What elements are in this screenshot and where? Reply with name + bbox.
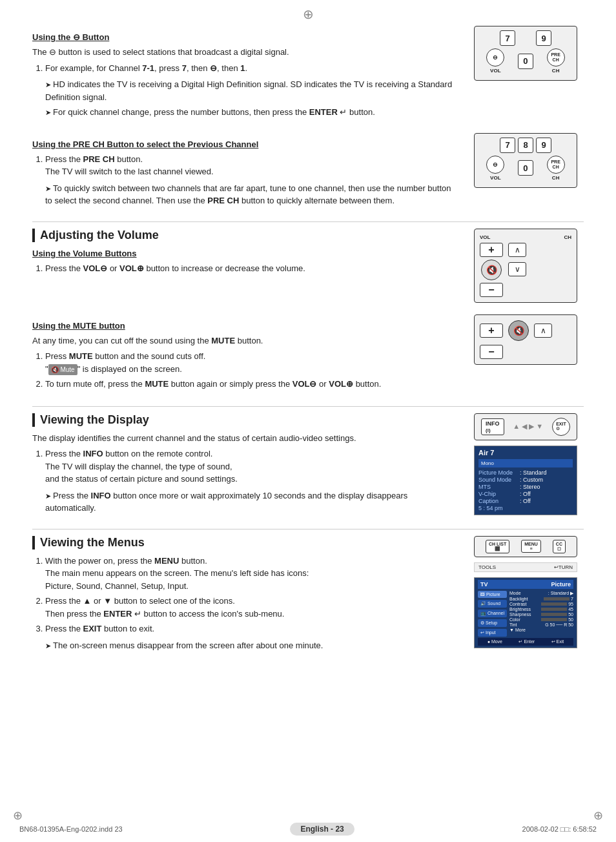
btn-prech: PRECH xyxy=(547,48,565,67)
btn-0b: 0 xyxy=(518,160,533,176)
section-prech-content: Using the PRE CH Button to select the Pr… xyxy=(32,133,455,210)
vol-label: VOL xyxy=(490,68,500,74)
section-minus-button: Using the ⊖ Button The ⊖ button is used … xyxy=(32,26,584,121)
display-step1: Press the INFO button on the remote cont… xyxy=(45,447,455,486)
minus-note1: HD indicates the TV is receiving a Digit… xyxy=(45,78,455,103)
menu-backlight-label: Backlight xyxy=(509,597,528,601)
minus-button-heading: Using the ⊖ Button xyxy=(32,32,455,42)
menu-footer-exit: ↩ Exit xyxy=(551,639,564,644)
menu-header: TV Picture xyxy=(478,580,573,589)
mute-image: + 🔇 ∧ − xyxy=(467,314,584,395)
mute-illustration: + 🔇 ∧ − xyxy=(474,314,577,365)
mute-btn-icon: 🔇 xyxy=(508,320,529,341)
mute-step2: To turn mute off, press the MUTE button … xyxy=(45,378,455,391)
section-minus-content: Using the ⊖ Button The ⊖ button is used … xyxy=(32,26,455,121)
btn-9b: 9 xyxy=(536,138,551,153)
menu-sidebar-picture: 🖼 Picture xyxy=(478,591,507,598)
ch-col: ∧ ∨ xyxy=(508,243,526,297)
menus-note1: The on-screen menus disappear from the s… xyxy=(45,639,455,652)
mute-ch-up: ∧ xyxy=(534,323,552,338)
display-steps: Press the INFO button on the remote cont… xyxy=(32,447,455,486)
menu-brightness-bar: 45 xyxy=(541,607,573,611)
menu-row-mode: Mode : Standard ▶ xyxy=(509,591,573,596)
btn-0: 0 xyxy=(518,54,533,69)
mute-center-btn: 🔇 xyxy=(481,260,502,280)
volume-steps: Press the VOL⊖ or VOL⊕ button to increas… xyxy=(32,262,455,275)
menus-steps: With the power on, press the MENU button… xyxy=(32,555,455,635)
display-row-1: Sound Mode: Custom xyxy=(478,477,573,483)
menu-sidebar-channel: 📺 Channel xyxy=(478,610,507,617)
display-intro: The display identifies the current chann… xyxy=(32,432,455,445)
minus-button-intro: The ⊖ button is used to select stations … xyxy=(32,46,455,59)
display-row-3: V-Chip: Off xyxy=(478,491,573,497)
menu-row-color: Color 50 xyxy=(509,617,573,622)
menu-sidebar-input: ↩ Input xyxy=(478,629,507,637)
section-menus: Viewing the Menus With the power on, pre… xyxy=(32,536,584,655)
menu-mode-val: : Standard ▶ xyxy=(548,591,573,596)
vol-controls: + 🔇 − ∧ ∨ xyxy=(480,243,571,297)
section-mute: Using the MUTE button At any time, you c… xyxy=(32,314,584,395)
footer-right: 2008-02-02 □□: 6:58:52 xyxy=(522,825,597,833)
vol-minus-btn: − xyxy=(480,283,503,297)
mute-control-row2: − xyxy=(480,345,571,359)
menu-sharpness-bar: 50 xyxy=(541,612,573,617)
display-notes: Press the INFO button once more or wait … xyxy=(32,489,455,515)
menu-picture-label: Picture xyxy=(551,581,571,588)
vol-header-label: VOL xyxy=(480,234,490,240)
footer-left: BN68-01395A-Eng-0202.indd 23 xyxy=(19,825,123,833)
menu-sidebar: 🖼 Picture 🔊 Sound 📺 Channel ⚙ Setup ↩ In… xyxy=(478,591,507,637)
menu-row-sharpness: Sharpness 50 xyxy=(509,612,573,617)
crosshair-bottom-left-icon: ⊕ xyxy=(13,808,23,823)
vol-col: + 🔇 − xyxy=(480,243,503,297)
mute-step1: Press MUTE button and the sound cuts off… xyxy=(45,350,455,375)
exit-btn: EXIT⊙ xyxy=(552,418,570,436)
btn-prech-b: PRECH xyxy=(547,156,565,174)
prech-step1: Press the PRE CH button.The TV will swit… xyxy=(45,153,455,178)
menu-main: 🖼 Picture 🔊 Sound 📺 Channel ⚙ Setup ↩ In… xyxy=(478,591,573,637)
minus-step1: For example, for Channel 7-1, press 7, t… xyxy=(45,62,455,75)
menus-step1: With the power on, press the MENU button… xyxy=(45,555,455,593)
page: ⊕ Using the ⊖ Button The ⊖ button is use… xyxy=(0,0,616,842)
btn-7: 7 xyxy=(500,30,515,46)
prech-note1: To quickly switch between two channels t… xyxy=(45,182,455,207)
minus-button-image: 7 8 9 ⊖ VOL 0 PRECH CH xyxy=(467,26,584,121)
display-screen: Air 7 Mono Picture Mode: Standard Sound … xyxy=(474,446,577,515)
menu-sharpness-label: Sharpness xyxy=(509,612,531,617)
display-channel: Air 7 xyxy=(478,449,573,457)
menu-tv-label: TV xyxy=(480,581,488,588)
display-image: INFO(i) ▲ ◀ ▶ ▼ EXIT⊙ Air 7 Mono Picture… xyxy=(467,413,584,517)
tools-label: TOOLS xyxy=(478,564,496,570)
menus-notes: The on-screen menus disappear from the s… xyxy=(32,639,455,652)
menu-more-label: ▼ More xyxy=(509,628,526,632)
menu-row-backlight: Backlight 7 xyxy=(509,597,573,601)
return-label: ↩TURN xyxy=(554,564,573,570)
menu-row-brightness: Brightness 45 xyxy=(509,607,573,611)
menu-row-contrast: Contrast 95 xyxy=(509,602,573,606)
menu-footer: ● Move ↵ Enter ↩ Exit xyxy=(478,638,573,646)
display-heading: Viewing the Display xyxy=(32,413,455,427)
prech-notes: To quickly switch between two channels t… xyxy=(32,182,455,207)
volume-heading: Adjusting the Volume xyxy=(32,229,455,242)
btn-7b: 7 xyxy=(500,138,515,153)
ch-label: CH xyxy=(552,68,560,74)
section-display-content: Viewing the Display The display identifi… xyxy=(32,413,455,517)
info-remote-illustration: INFO(i) ▲ ◀ ▶ ▼ EXIT⊙ xyxy=(474,413,577,440)
cc-btn: CC◻ xyxy=(553,540,566,553)
page-footer: BN68-01395A-Eng-0202.indd 23 English - 2… xyxy=(0,823,616,836)
display-row-2: MTS: Stereo xyxy=(478,484,573,490)
mute-heading: Using the MUTE button xyxy=(32,321,455,331)
prech-image: 7 8 9 ⊖ VOL 0 PRECH CH xyxy=(467,133,584,210)
menu-contrast-label: Contrast xyxy=(509,602,526,606)
menu-row-tint: Tint G 50 ── R 50 xyxy=(509,622,573,627)
minus-notes: HD indicates the TV is receiving a Digit… xyxy=(32,78,455,119)
menu-backlight-bar: 7 xyxy=(544,597,573,601)
prech-heading: Using the PRE CH Button to select the Pr… xyxy=(32,139,455,149)
section-volume: Adjusting the Volume Using the Volume Bu… xyxy=(32,229,584,303)
menu-contrast-bar: 95 xyxy=(541,602,573,606)
minus-button-steps: For example, for Channel 7-1, press 7, t… xyxy=(32,62,455,75)
menu-screen: TV Picture 🖼 Picture 🔊 Sound 📺 Channel ⚙… xyxy=(474,577,577,648)
menus-step2: Press the ▲ or ▼ button to select one of… xyxy=(45,595,455,620)
volume-subheading: Using the Volume Buttons xyxy=(32,249,455,258)
menu-remote-illustration: CH LIST⬛ MENU≡ CC◻ xyxy=(474,536,577,557)
menu-footer-move: ● Move xyxy=(488,639,502,644)
